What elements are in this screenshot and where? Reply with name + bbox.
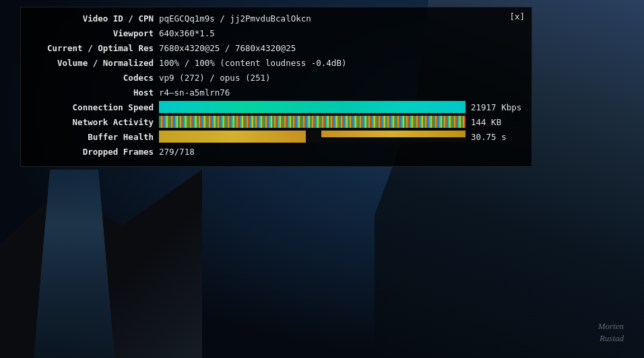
watermark: Morten Rustad <box>598 320 624 345</box>
connection-speed-label: Connection Speed <box>28 102 159 112</box>
buffer-health-value: 30.75 s <box>471 132 507 142</box>
codecs-label: Codecs <box>28 73 159 83</box>
close-button[interactable]: [x] <box>509 11 525 22</box>
viewport-row: Viewport 640x360*1.5 <box>28 26 525 40</box>
resolution-label: Current / Optimal Res <box>28 43 159 53</box>
connection-speed-bar-area <box>159 101 465 113</box>
buffer-health-bar-area <box>159 131 465 143</box>
host-value: r4—sn-a5mlrn76 <box>159 87 230 98</box>
buffer-gap <box>306 131 321 143</box>
buffer-bar-wrapper <box>159 131 465 143</box>
volume-row: Volume / Normalized 100% / 100% (content… <box>28 56 525 69</box>
buffer-segment-1 <box>159 131 306 143</box>
volume-value: 100% / 100% (content loudness -0.4dB) <box>159 58 346 68</box>
resolution-row: Current / Optimal Res 7680x4320@25 / 768… <box>28 41 525 55</box>
video-id-row: Video ID / CPN pqEGCQq1m9s / jj2PmvduBca… <box>28 11 525 25</box>
buffer-health-label: Buffer Health <box>28 132 159 142</box>
viewport-value: 640x360*1.5 <box>159 28 215 38</box>
network-activity-value: 144 KB <box>471 117 501 127</box>
buffer-health-graph: 30.75 s <box>159 131 525 143</box>
codecs-row: Codecs vp9 (272) / opus (251) <box>28 71 525 84</box>
watermark-line1: Morten <box>598 321 624 331</box>
network-activity-bar <box>159 116 465 128</box>
buffer-segment-2 <box>321 131 465 143</box>
connection-speed-graph: 21917 Kbps <box>159 101 525 113</box>
info-panel: [x] Video ID / CPN pqEGCQq1m9s / jj2Pmvd… <box>20 7 532 167</box>
viewport-label: Viewport <box>28 28 159 38</box>
codecs-value: vp9 (272) / opus (251) <box>159 73 271 83</box>
video-id-label: Video ID / CPN <box>28 13 159 24</box>
network-activity-label: Network Activity <box>28 117 159 127</box>
video-id-value: pqEGCQq1m9s / jj2PmvduBcalOkcn <box>159 13 311 24</box>
connection-speed-bar <box>159 101 465 113</box>
watermark-line2: Rustad <box>600 333 624 343</box>
connection-speed-row: Connection Speed 21917 Kbps <box>28 100 525 114</box>
host-row: Host r4—sn-a5mlrn76 <box>28 85 525 99</box>
dropped-frames-label: Dropped Frames <box>28 147 159 157</box>
buffer-seg2-bottom <box>321 137 465 143</box>
dropped-frames-value: 279/718 <box>159 147 195 157</box>
dropped-frames-row: Dropped Frames 279/718 <box>28 145 525 158</box>
host-label: Host <box>28 87 159 98</box>
volume-label: Volume / Normalized <box>28 58 159 68</box>
connection-speed-value: 21917 Kbps <box>471 102 521 112</box>
network-activity-row: Network Activity 144 KB <box>28 115 525 129</box>
buffer-health-row: Buffer Health 30.75 s <box>28 130 525 143</box>
network-activity-graph: 144 KB <box>159 116 525 128</box>
network-activity-bar-area <box>159 116 465 128</box>
buffer-seg2-top <box>321 131 465 137</box>
resolution-value: 7680x4320@25 / 7680x4320@25 <box>159 43 296 53</box>
